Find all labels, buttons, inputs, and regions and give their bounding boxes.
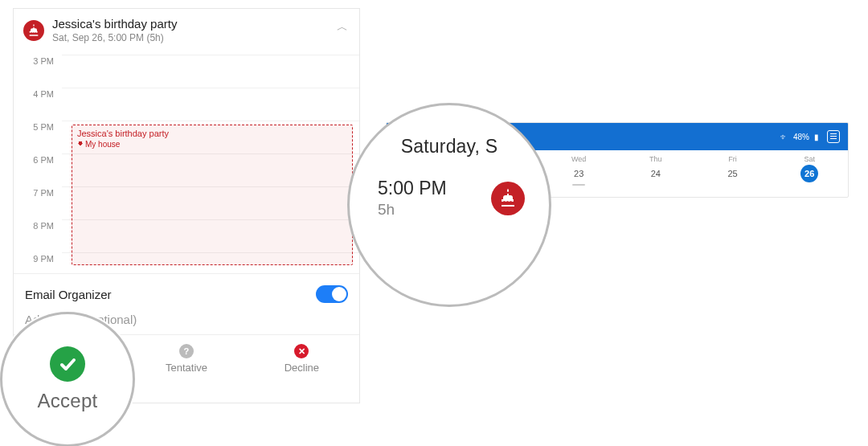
- accept-label-zoom: Accept: [37, 390, 97, 412]
- day-name: Thu: [617, 153, 694, 165]
- email-organizer-label: Email Organizer: [25, 288, 112, 301]
- day-name: Sat: [771, 153, 848, 165]
- birthday-cake-icon: [23, 20, 44, 41]
- birthday-cake-icon: [491, 182, 525, 215]
- battery-icon: ▮: [814, 133, 819, 141]
- day-column[interactable]: Thu 24: [617, 153, 694, 186]
- tentative-button[interactable]: ? Tentative: [129, 335, 244, 383]
- event-datetime-subtitle: Sat, Sep 26, 5:00 PM (5h): [52, 32, 350, 43]
- hour-label: 4 PM: [14, 88, 62, 99]
- hour-label: 6 PM: [14, 153, 62, 165]
- hour-label: 3 PM: [14, 55, 62, 66]
- agenda-icon[interactable]: [827, 130, 840, 143]
- zoom-callout-event: Saturday, S 5:00 PM 5h: [347, 103, 551, 307]
- day-column[interactable]: Fri 25: [694, 153, 772, 186]
- event-block-title: Jessica's birthday party: [77, 129, 347, 138]
- hour-label: 7 PM: [14, 186, 62, 198]
- close-icon: ✕: [294, 344, 309, 358]
- check-icon: [50, 346, 85, 382]
- status-bar: ᯤ 48% ▮: [780, 133, 819, 141]
- svg-rect-1: [830, 136, 837, 137]
- zoom-callout-accept: Accept: [0, 312, 135, 446]
- hour-label: 5 PM: [14, 121, 62, 132]
- question-icon: ?: [179, 344, 194, 358]
- event-block-location: My house: [77, 140, 347, 149]
- email-organizer-row: Email Organizer: [14, 273, 359, 313]
- day-column[interactable]: Wed 23: [540, 153, 617, 186]
- hour-label: 8 PM: [14, 219, 62, 231]
- day-number: 25: [724, 165, 742, 182]
- day-header-zoom: Saturday, S: [350, 136, 549, 158]
- wifi-icon: ᯤ: [780, 133, 788, 141]
- event-header: Jessica's birthday party Sat, Sep 26, 5:…: [14, 9, 359, 47]
- calendar-event-block[interactable]: Jessica's birthday party My house: [72, 125, 353, 265]
- chevron-up-icon[interactable]: ︿: [337, 20, 348, 35]
- timeline-view: 3 PM 4 PM 5 PM 6 PM 7 PM 8 PM 9 PM Jessi…: [14, 47, 359, 273]
- today-indicator: [572, 184, 585, 186]
- day-number-selected: 26: [800, 165, 818, 182]
- day-number: 24: [647, 165, 665, 182]
- day-name: Fri: [694, 153, 772, 165]
- svg-rect-0: [830, 133, 837, 134]
- tentative-label: Tentative: [166, 362, 207, 374]
- email-organizer-toggle[interactable]: [316, 285, 348, 303]
- decline-button[interactable]: ✕ Decline: [244, 335, 359, 383]
- event-title: Jessica's birthday party: [52, 17, 350, 31]
- decline-label: Decline: [285, 362, 319, 374]
- day-name: Wed: [540, 153, 617, 165]
- event-time-zoom: 5:00 PM: [378, 178, 447, 199]
- svg-rect-2: [830, 138, 837, 139]
- day-number: 23: [570, 165, 588, 182]
- battery-percent: 48%: [793, 133, 809, 141]
- event-duration-zoom: 5h: [378, 201, 447, 219]
- hour-label: 9 PM: [14, 252, 62, 264]
- day-column[interactable]: Sat 26: [771, 153, 848, 186]
